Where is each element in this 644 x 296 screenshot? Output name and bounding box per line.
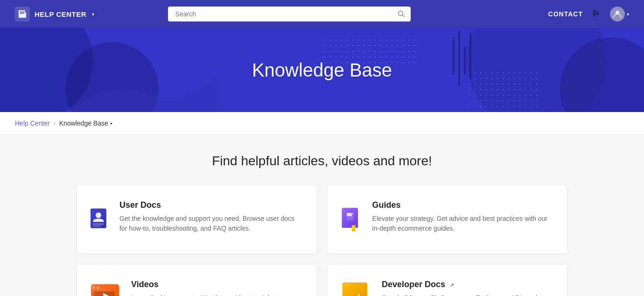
card-guides-title: Guides: [372, 200, 554, 210]
hero-decor-lines: [453, 28, 471, 103]
breadcrumb-home[interactable]: Help Center: [15, 120, 50, 127]
contact-link[interactable]: CONTACT: [548, 10, 583, 18]
card-videos[interactable]: Videos Learn the big concepts. Watch our…: [77, 265, 316, 296]
hero-title: Knowledge Base: [252, 60, 392, 81]
guides-icon: [341, 200, 363, 239]
search-input[interactable]: [168, 7, 411, 21]
card-user-docs-title: User Docs: [119, 200, 303, 210]
external-link-icon: ↗: [449, 282, 454, 289]
user-docs-icon: [90, 200, 110, 239]
hero-line-1: [453, 37, 455, 75]
flag-icon[interactable]: 🏳: [592, 9, 601, 19]
user-icon: [613, 10, 622, 18]
card-guides-content: Guides Elevate your strategy. Get advice…: [372, 200, 554, 233]
svg-point-23: [97, 287, 99, 289]
breadcrumb-current[interactable]: Knowledge Base ▾: [59, 120, 112, 127]
search-area: [168, 7, 411, 21]
svg-text:</>: </>: [346, 292, 368, 296]
hero-line-3: [464, 47, 466, 75]
search-icon: [398, 10, 405, 18]
breadcrumb-caret: ▾: [110, 121, 112, 126]
card-guides[interactable]: Guides Elevate your strategy. Get advice…: [328, 185, 567, 254]
card-user-docs-desc: Get the knowledge and support you need. …: [119, 214, 303, 233]
logo-area[interactable]: HELP CENTER ▾: [15, 7, 94, 21]
card-videos-content: Videos Learn the big concepts. Watch our…: [131, 280, 280, 296]
card-videos-desc: Learn the big concepts. Watch our video …: [131, 293, 280, 296]
hero-decor-dots-2: [467, 70, 541, 107]
svg-point-10: [96, 212, 101, 218]
svg-point-22: [92, 287, 95, 289]
developer-docs-icon: </>: [341, 280, 372, 296]
hero-banner: Knowledge Base: [0, 28, 644, 112]
navbar: HELP CENTER ▾ CONTACT 🏳 ▾: [0, 0, 644, 28]
breadcrumb-current-label: Knowledge Base: [59, 120, 108, 127]
logo-icon: [15, 7, 30, 21]
search-button[interactable]: [392, 7, 411, 21]
card-guides-desc: Elevate your strategy. Get advice and be…: [372, 214, 554, 233]
svg-rect-11: [93, 224, 104, 225]
avatar-wrapper[interactable]: ▾: [610, 7, 629, 21]
avatar-caret: ▾: [627, 12, 629, 17]
card-developer-docs-title: Developer Docs ↗: [382, 280, 537, 289]
navbar-right: CONTACT 🏳 ▾: [548, 7, 629, 21]
breadcrumb: Help Center › Knowledge Base ▾: [0, 112, 644, 135]
breadcrumb-separator: ›: [54, 120, 56, 127]
hero-line-4: [469, 33, 471, 79]
svg-rect-12: [93, 226, 101, 226]
svg-line-4: [402, 15, 404, 17]
card-developer-docs-desc: Start building on BigCommerce. Explore o…: [382, 293, 537, 296]
card-videos-title: Videos: [131, 280, 280, 289]
avatar: [610, 7, 625, 21]
hero-wave-svg: [70, 65, 219, 112]
videos-icon: [90, 280, 122, 296]
card-developer-docs-content: Developer Docs ↗ Start building on BigCo…: [382, 280, 537, 296]
find-title: Find helpful articles, videos and more!: [15, 154, 629, 169]
main-content: Find helpful articles, videos and more!: [0, 135, 644, 296]
brand-caret: ▾: [92, 12, 94, 17]
brand-label: HELP CENTER: [35, 10, 86, 18]
card-user-docs[interactable]: User Docs Get the knowledge and support …: [77, 185, 316, 254]
svg-marker-16: [347, 213, 352, 216]
card-developer-docs[interactable]: </> Developer Docs ↗ Start building on B…: [328, 265, 567, 296]
card-user-docs-content: User Docs Get the knowledge and support …: [119, 200, 303, 233]
cards-grid: User Docs Get the knowledge and support …: [77, 185, 567, 296]
hero-line-2: [458, 30, 460, 86]
